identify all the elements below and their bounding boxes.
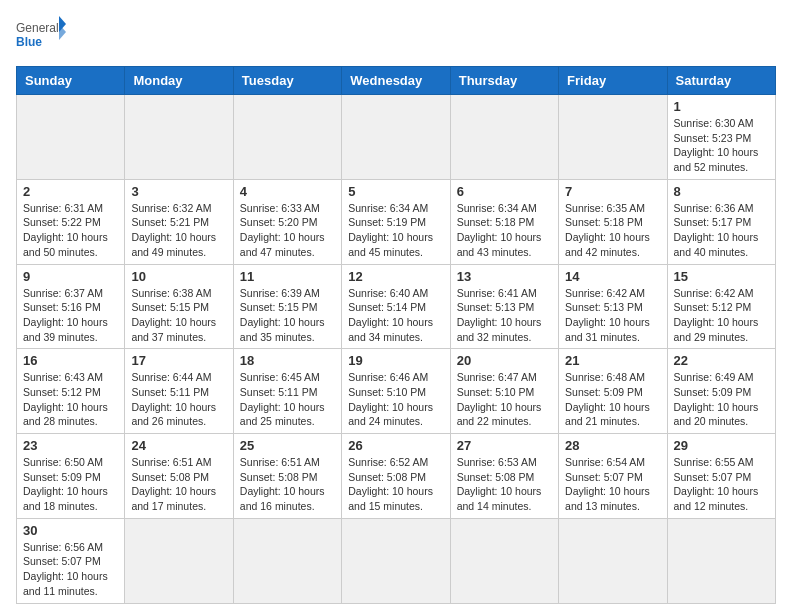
calendar-cell — [17, 95, 125, 180]
day-number: 2 — [23, 184, 118, 199]
day-info: Sunrise: 6:42 AM Sunset: 5:13 PM Dayligh… — [565, 286, 660, 345]
day-number: 17 — [131, 353, 226, 368]
day-info: Sunrise: 6:38 AM Sunset: 5:15 PM Dayligh… — [131, 286, 226, 345]
weekday-header-wednesday: Wednesday — [342, 67, 450, 95]
calendar-cell — [125, 95, 233, 180]
calendar-row-2: 9Sunrise: 6:37 AM Sunset: 5:16 PM Daylig… — [17, 264, 776, 349]
calendar-row-0: 1Sunrise: 6:30 AM Sunset: 5:23 PM Daylig… — [17, 95, 776, 180]
weekday-header-tuesday: Tuesday — [233, 67, 341, 95]
day-number: 6 — [457, 184, 552, 199]
day-info: Sunrise: 6:51 AM Sunset: 5:08 PM Dayligh… — [131, 455, 226, 514]
day-number: 22 — [674, 353, 769, 368]
day-info: Sunrise: 6:44 AM Sunset: 5:11 PM Dayligh… — [131, 370, 226, 429]
day-info: Sunrise: 6:47 AM Sunset: 5:10 PM Dayligh… — [457, 370, 552, 429]
calendar-cell: 28Sunrise: 6:54 AM Sunset: 5:07 PM Dayli… — [559, 434, 667, 519]
day-number: 24 — [131, 438, 226, 453]
calendar-cell: 24Sunrise: 6:51 AM Sunset: 5:08 PM Dayli… — [125, 434, 233, 519]
day-number: 1 — [674, 99, 769, 114]
day-number: 8 — [674, 184, 769, 199]
day-number: 20 — [457, 353, 552, 368]
calendar-row-1: 2Sunrise: 6:31 AM Sunset: 5:22 PM Daylig… — [17, 179, 776, 264]
logo: General Blue — [16, 16, 66, 56]
calendar-cell: 8Sunrise: 6:36 AM Sunset: 5:17 PM Daylig… — [667, 179, 775, 264]
calendar-cell — [559, 518, 667, 603]
day-info: Sunrise: 6:50 AM Sunset: 5:09 PM Dayligh… — [23, 455, 118, 514]
calendar-cell: 7Sunrise: 6:35 AM Sunset: 5:18 PM Daylig… — [559, 179, 667, 264]
day-info: Sunrise: 6:34 AM Sunset: 5:19 PM Dayligh… — [348, 201, 443, 260]
day-info: Sunrise: 6:39 AM Sunset: 5:15 PM Dayligh… — [240, 286, 335, 345]
calendar-cell: 17Sunrise: 6:44 AM Sunset: 5:11 PM Dayli… — [125, 349, 233, 434]
day-number: 16 — [23, 353, 118, 368]
calendar-cell: 19Sunrise: 6:46 AM Sunset: 5:10 PM Dayli… — [342, 349, 450, 434]
weekday-header-sunday: Sunday — [17, 67, 125, 95]
calendar-cell: 11Sunrise: 6:39 AM Sunset: 5:15 PM Dayli… — [233, 264, 341, 349]
day-info: Sunrise: 6:36 AM Sunset: 5:17 PM Dayligh… — [674, 201, 769, 260]
calendar-cell: 9Sunrise: 6:37 AM Sunset: 5:16 PM Daylig… — [17, 264, 125, 349]
calendar-cell — [667, 518, 775, 603]
day-number: 12 — [348, 269, 443, 284]
day-number: 3 — [131, 184, 226, 199]
calendar-cell: 6Sunrise: 6:34 AM Sunset: 5:18 PM Daylig… — [450, 179, 558, 264]
day-number: 23 — [23, 438, 118, 453]
calendar-cell — [125, 518, 233, 603]
svg-text:Blue: Blue — [16, 35, 42, 49]
calendar-cell: 4Sunrise: 6:33 AM Sunset: 5:20 PM Daylig… — [233, 179, 341, 264]
day-number: 29 — [674, 438, 769, 453]
calendar-cell: 10Sunrise: 6:38 AM Sunset: 5:15 PM Dayli… — [125, 264, 233, 349]
calendar-cell: 26Sunrise: 6:52 AM Sunset: 5:08 PM Dayli… — [342, 434, 450, 519]
day-info: Sunrise: 6:53 AM Sunset: 5:08 PM Dayligh… — [457, 455, 552, 514]
weekday-header-friday: Friday — [559, 67, 667, 95]
day-info: Sunrise: 6:32 AM Sunset: 5:21 PM Dayligh… — [131, 201, 226, 260]
calendar-cell: 30Sunrise: 6:56 AM Sunset: 5:07 PM Dayli… — [17, 518, 125, 603]
calendar-cell: 22Sunrise: 6:49 AM Sunset: 5:09 PM Dayli… — [667, 349, 775, 434]
day-info: Sunrise: 6:30 AM Sunset: 5:23 PM Dayligh… — [674, 116, 769, 175]
day-number: 13 — [457, 269, 552, 284]
header: General Blue — [16, 16, 776, 56]
day-info: Sunrise: 6:48 AM Sunset: 5:09 PM Dayligh… — [565, 370, 660, 429]
calendar-row-3: 16Sunrise: 6:43 AM Sunset: 5:12 PM Dayli… — [17, 349, 776, 434]
day-number: 25 — [240, 438, 335, 453]
day-number: 18 — [240, 353, 335, 368]
calendar-cell — [342, 95, 450, 180]
day-number: 4 — [240, 184, 335, 199]
calendar-cell: 25Sunrise: 6:51 AM Sunset: 5:08 PM Dayli… — [233, 434, 341, 519]
day-info: Sunrise: 6:34 AM Sunset: 5:18 PM Dayligh… — [457, 201, 552, 260]
day-number: 28 — [565, 438, 660, 453]
calendar-cell: 15Sunrise: 6:42 AM Sunset: 5:12 PM Dayli… — [667, 264, 775, 349]
svg-text:General: General — [16, 21, 59, 35]
day-info: Sunrise: 6:42 AM Sunset: 5:12 PM Dayligh… — [674, 286, 769, 345]
weekday-header-monday: Monday — [125, 67, 233, 95]
weekday-header-row: SundayMondayTuesdayWednesdayThursdayFrid… — [17, 67, 776, 95]
calendar-cell: 5Sunrise: 6:34 AM Sunset: 5:19 PM Daylig… — [342, 179, 450, 264]
calendar: SundayMondayTuesdayWednesdayThursdayFrid… — [16, 66, 776, 604]
calendar-cell — [559, 95, 667, 180]
day-info: Sunrise: 6:49 AM Sunset: 5:09 PM Dayligh… — [674, 370, 769, 429]
day-number: 15 — [674, 269, 769, 284]
day-info: Sunrise: 6:37 AM Sunset: 5:16 PM Dayligh… — [23, 286, 118, 345]
calendar-cell: 18Sunrise: 6:45 AM Sunset: 5:11 PM Dayli… — [233, 349, 341, 434]
day-info: Sunrise: 6:52 AM Sunset: 5:08 PM Dayligh… — [348, 455, 443, 514]
day-number: 11 — [240, 269, 335, 284]
calendar-cell: 2Sunrise: 6:31 AM Sunset: 5:22 PM Daylig… — [17, 179, 125, 264]
calendar-cell: 12Sunrise: 6:40 AM Sunset: 5:14 PM Dayli… — [342, 264, 450, 349]
weekday-header-saturday: Saturday — [667, 67, 775, 95]
day-number: 27 — [457, 438, 552, 453]
calendar-cell: 23Sunrise: 6:50 AM Sunset: 5:09 PM Dayli… — [17, 434, 125, 519]
day-number: 10 — [131, 269, 226, 284]
day-info: Sunrise: 6:33 AM Sunset: 5:20 PM Dayligh… — [240, 201, 335, 260]
calendar-cell — [342, 518, 450, 603]
calendar-cell — [450, 518, 558, 603]
calendar-cell: 27Sunrise: 6:53 AM Sunset: 5:08 PM Dayli… — [450, 434, 558, 519]
calendar-cell: 13Sunrise: 6:41 AM Sunset: 5:13 PM Dayli… — [450, 264, 558, 349]
calendar-cell: 16Sunrise: 6:43 AM Sunset: 5:12 PM Dayli… — [17, 349, 125, 434]
day-info: Sunrise: 6:45 AM Sunset: 5:11 PM Dayligh… — [240, 370, 335, 429]
calendar-cell: 3Sunrise: 6:32 AM Sunset: 5:21 PM Daylig… — [125, 179, 233, 264]
day-info: Sunrise: 6:41 AM Sunset: 5:13 PM Dayligh… — [457, 286, 552, 345]
calendar-cell: 21Sunrise: 6:48 AM Sunset: 5:09 PM Dayli… — [559, 349, 667, 434]
day-number: 5 — [348, 184, 443, 199]
day-info: Sunrise: 6:40 AM Sunset: 5:14 PM Dayligh… — [348, 286, 443, 345]
calendar-row-4: 23Sunrise: 6:50 AM Sunset: 5:09 PM Dayli… — [17, 434, 776, 519]
day-number: 26 — [348, 438, 443, 453]
day-info: Sunrise: 6:54 AM Sunset: 5:07 PM Dayligh… — [565, 455, 660, 514]
calendar-cell — [450, 95, 558, 180]
